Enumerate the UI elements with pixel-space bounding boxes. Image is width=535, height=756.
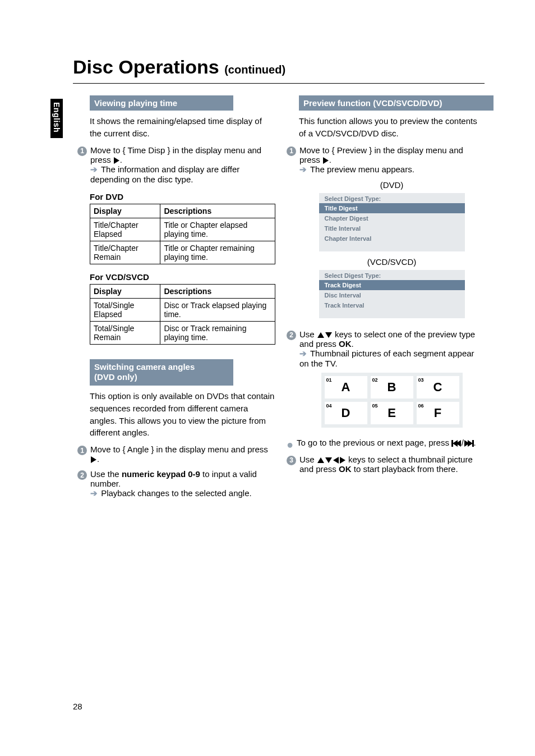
l2r2: Playback changes to the selected angle.	[101, 488, 252, 498]
r1res: The preview menu appears.	[310, 164, 414, 174]
section-header-preview: Preview function (VCD/SVCD/DVD)	[299, 95, 494, 111]
preview-menu-vcd: Select Digest Type: Track Digest Disc In…	[319, 270, 465, 318]
language-sidelabel: English	[50, 99, 63, 138]
table-row: Total/Single RemainDisc or Track remaini…	[90, 321, 275, 344]
menu-header: Select Digest Type:	[319, 270, 465, 280]
left-column: Viewing playing time It shows the remain…	[90, 95, 275, 498]
r2ok: OK	[339, 339, 352, 349]
r3ok: OK	[339, 464, 352, 474]
step-number-1-icon: 1	[77, 146, 87, 156]
step-left2-1-text: Move to { Angle } in the display menu an…	[90, 445, 275, 464]
up-triangle-icon	[317, 332, 324, 338]
menu-item-selected: Title Digest	[319, 203, 465, 213]
l2s1a: Move to { Angle } in the display menu an…	[90, 445, 268, 454]
r2a: Use	[299, 329, 317, 339]
r1b: .	[329, 155, 331, 164]
menu-item: Track Interval	[319, 300, 465, 310]
spacer	[90, 345, 275, 359]
title-main: Disc Operations	[73, 56, 219, 77]
menu-item: Disc Interval	[319, 290, 465, 300]
result-arrow-icon: ➔	[299, 349, 308, 358]
bb: .	[474, 438, 476, 447]
title-sub: (continued)	[224, 63, 285, 76]
bullet-text: To go to the previous or next page, pres…	[297, 438, 476, 449]
result-arrow-icon: ➔	[90, 164, 99, 174]
l2s2a: Use the	[90, 469, 122, 479]
table-dvd: DisplayDescriptions Title/Chapter Elapse…	[90, 204, 275, 264]
thumb-label: E	[371, 402, 413, 424]
th: Display	[90, 204, 160, 218]
step-number-1-icon: 1	[77, 446, 87, 455]
result-arrow-icon: ➔	[90, 488, 99, 498]
page-title-wrap: Disc Operations (continued)	[73, 56, 485, 78]
content-columns: Viewing playing time It shows the remain…	[90, 95, 485, 498]
thumb-label: D	[325, 402, 367, 424]
r2c: .	[352, 339, 354, 349]
table-row: Title/Chapter RemainTitle or Chapter rem…	[90, 241, 275, 264]
td: Title or Chapter elapsed playing time.	[160, 218, 275, 241]
thumbnail: 06F	[417, 402, 459, 424]
step-number-2-icon: 2	[287, 331, 296, 340]
down-triangle-icon	[325, 457, 332, 463]
th: Descriptions	[160, 204, 275, 218]
step-right-2: 2 Use keys to select one of the preview …	[287, 329, 485, 368]
thumb-label: B	[371, 376, 413, 398]
thumb-label: A	[325, 376, 367, 398]
th: Display	[90, 284, 160, 298]
page-number: 28	[73, 702, 82, 711]
right-column: Preview function (VCD/SVCD/DVD) This fun…	[299, 95, 485, 498]
thumbnail: 03C	[417, 376, 459, 398]
skip-next-icon	[466, 440, 474, 447]
td: Disc or Track elapsed playing time.	[160, 298, 275, 321]
ba: To go to the previous or next page, pres…	[297, 438, 451, 447]
s1b: .	[120, 155, 122, 164]
step-right-1-text: Move to { Preview } in the display menu …	[299, 145, 485, 175]
td: Title/Chapter Remain	[90, 241, 160, 264]
left-triangle-icon	[333, 457, 339, 464]
page-title: Disc Operations (continued)	[73, 56, 285, 77]
l2s2kb: numeric keypad 0-9	[122, 469, 200, 479]
step-right-1: 1 Move to { Preview } in the display men…	[287, 145, 485, 175]
bullet-prev-next: ● To go to the previous or next page, pr…	[287, 438, 485, 449]
thumbnail: 04D	[325, 402, 367, 424]
r3a: Use	[299, 455, 317, 464]
thumbnail: 01A	[325, 376, 367, 398]
s1r: The information and display are differ d…	[90, 164, 239, 184]
bullet-icon: ●	[287, 438, 293, 450]
page: Disc Operations (continued) English View…	[0, 0, 535, 756]
thumbnail: 05E	[371, 402, 413, 424]
table-row: Total/Single ElapsedDisc or Track elapse…	[90, 298, 275, 321]
result-arrow-icon: ➔	[299, 164, 308, 174]
step-left2-1: 1 Move to { Angle } in the display menu …	[77, 445, 275, 464]
step-right-2-text: Use keys to select one of the preview ty…	[299, 329, 485, 368]
td: Total/Single Elapsed	[90, 298, 160, 321]
table-vcd: DisplayDescriptions Total/Single Elapsed…	[90, 284, 275, 345]
menu-item-selected: Track Digest	[319, 280, 465, 290]
menu-item: Chapter Digest	[319, 213, 465, 223]
preview-menu-dvd: Select Digest Type: Title Digest Chapter…	[319, 193, 465, 251]
skip-previous-icon	[451, 440, 459, 447]
intro-viewing-time: It shows the remaining/elapsed time disp…	[90, 115, 275, 140]
step-left2-2-text: Use the numeric keypad 0-9 to input a va…	[90, 469, 275, 498]
right-triangle-icon	[340, 457, 345, 464]
step-right-3: 3 Use keys to select a thumbnail picture…	[287, 455, 485, 474]
caption-for-vcd: For VCD/SVCD	[90, 272, 275, 282]
td: Total/Single Remain	[90, 321, 160, 344]
caption-vcd-menu: (VCD/SVCD)	[299, 257, 485, 267]
r2res: Thumbnail pictures of each segment appea…	[299, 349, 474, 368]
step-number-2-icon: 2	[77, 470, 87, 480]
table-row: DisplayDescriptions	[90, 284, 275, 298]
table-row: Title/Chapter ElapsedTitle or Chapter el…	[90, 218, 275, 241]
step-left2-2: 2 Use the numeric keypad 0-9 to input a …	[77, 469, 275, 498]
td: Title or Chapter remaining playing time.	[160, 241, 275, 264]
l2s1b: .	[97, 454, 99, 464]
caption-for-dvd: For DVD	[90, 192, 275, 201]
step-number-3-icon: 3	[287, 456, 296, 465]
r3c: to start playback from there.	[352, 464, 458, 474]
hdr2l1: Switching camera angles	[94, 362, 195, 372]
menu-header: Select Digest Type:	[319, 193, 465, 203]
intro-preview: This function allows you to preview the …	[299, 115, 485, 140]
thumb-label: C	[417, 376, 459, 398]
menu-item: Title Interval	[319, 223, 465, 233]
step-right-3-text: Use keys to select a thumbnail picture a…	[299, 455, 485, 474]
